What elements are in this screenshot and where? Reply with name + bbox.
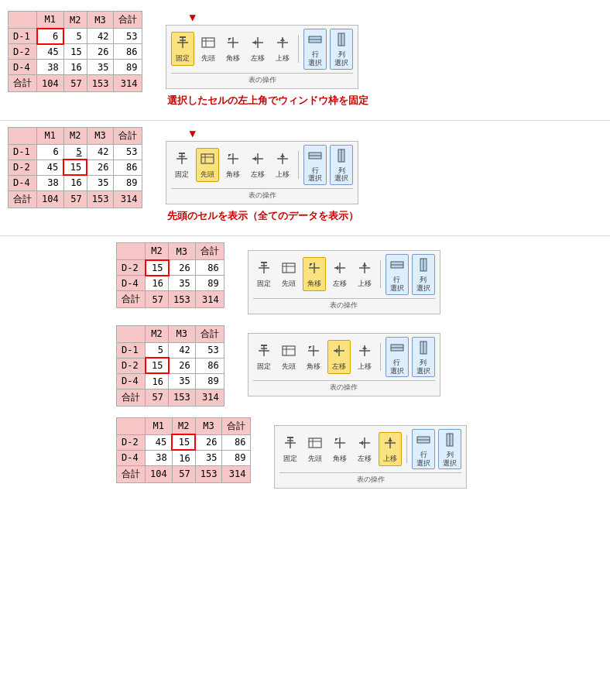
- up-button-3[interactable]: 上移: [354, 258, 375, 290]
- toolbar-title-2: 表の操作: [171, 188, 353, 201]
- toolbar-title-5: 表の操作: [279, 472, 461, 485]
- cell-d2-m2-3[interactable]: 15: [146, 260, 169, 276]
- row-label: D-1: [9, 29, 37, 44]
- row-select-button-2[interactable]: 行選択: [303, 145, 327, 186]
- desc-text-1: 選択したセルの左上角でウィンドウ枠を固定: [167, 94, 368, 108]
- col-select-label-2: 列選択: [334, 166, 348, 184]
- table-row: D-4 38 16 35 89: [9, 60, 142, 75]
- row-label: D-4: [9, 60, 37, 75]
- table-row-total: 合計 104 57 153 314: [9, 190, 142, 208]
- col-select-button-4[interactable]: 列選択: [412, 337, 435, 378]
- cell-d2-m2[interactable]: 15: [63, 160, 87, 175]
- col-select-button[interactable]: 列選択: [330, 29, 353, 70]
- cell-total-m1: 104: [37, 75, 64, 92]
- row-select-button-5[interactable]: 行選択: [412, 429, 435, 470]
- cell-d2-total: 86: [114, 44, 142, 60]
- fix-button-4[interactable]: 固定: [253, 341, 275, 373]
- table-row: D-1 5 42 53: [117, 342, 224, 358]
- left-label-2: 左移: [251, 170, 265, 180]
- corner-button-4[interactable]: 角移: [303, 341, 324, 373]
- row-svg-3: [389, 256, 406, 273]
- cell-d2-m2-4[interactable]: 15: [146, 358, 169, 373]
- col-select-button-3[interactable]: 列選択: [412, 254, 435, 295]
- table-row: D-2 45 15 26 86: [9, 44, 142, 60]
- corner-svg-2: [224, 150, 242, 167]
- cell-d2-total-5: 86: [222, 434, 251, 450]
- table-row: D-4 16 35 89: [117, 373, 224, 389]
- up-label-2: 上移: [276, 170, 290, 180]
- left-button-2[interactable]: 左移: [247, 149, 269, 181]
- cell-total-total: 314: [114, 190, 142, 208]
- cell-d2-m3-4: 26: [169, 358, 196, 373]
- head-svg: [200, 34, 217, 51]
- corner-button-2[interactable]: 角移: [222, 149, 244, 181]
- up-button-4[interactable]: 上移: [354, 341, 375, 373]
- corner-button-5[interactable]: 角移: [329, 433, 351, 465]
- cell-total-m2-5: 57: [172, 465, 195, 482]
- left-button[interactable]: 左移: [247, 33, 269, 65]
- section-1: M1 M2 M3 合計 D-1 6 5 42 53 D-2 45 15 26: [0, 8, 610, 111]
- cell-d1-m2-4: 5: [146, 342, 169, 358]
- up-label-5: 上移: [383, 454, 397, 464]
- fix-button-5[interactable]: 固定: [279, 433, 301, 465]
- table-icon-4: [280, 342, 297, 361]
- row-select-button[interactable]: 行選択: [303, 29, 327, 70]
- main-container: M1 M2 M3 合計 D-1 6 5 42 53 D-2 45 15 26: [0, 0, 610, 504]
- row-label: D-2: [9, 44, 37, 60]
- head-button[interactable]: 先頭: [197, 33, 219, 65]
- head-button-2[interactable]: 先頭: [196, 148, 219, 182]
- head-button-3[interactable]: 先頭: [278, 258, 300, 290]
- row-icon-4: [389, 339, 406, 358]
- up-button-5[interactable]: 上移: [379, 432, 402, 466]
- cell-total-m3: 153: [87, 75, 114, 92]
- fix-button-3[interactable]: 固定: [253, 258, 275, 290]
- left-svg-2: [249, 150, 266, 167]
- head-button-4[interactable]: 先頭: [278, 341, 300, 373]
- head-button-5[interactable]: 先頭: [304, 433, 326, 465]
- col-select-button-2[interactable]: 列選択: [330, 145, 353, 186]
- row-label-total-5: 合計: [117, 465, 146, 482]
- corner-svg-3: [306, 259, 323, 276]
- fix-button[interactable]: 固定: [171, 32, 194, 66]
- corner-button-3[interactable]: 角移: [303, 257, 326, 291]
- cell-total-m1: 104: [37, 190, 64, 208]
- up-button-2[interactable]: 上移: [272, 149, 293, 181]
- left-button-4[interactable]: 左移: [327, 340, 351, 374]
- fix-button-2[interactable]: 固定: [171, 149, 193, 181]
- toolbar-panel-5: 固定 先頭: [274, 425, 467, 489]
- desc-text-2: 先頭のセルを表示（全てのデータを表示）: [167, 209, 358, 223]
- up-label: 上移: [276, 53, 290, 63]
- row-label: D-2: [117, 434, 146, 450]
- toolbar-buttons-4: 固定 先頭: [253, 337, 435, 379]
- col-select-button-5[interactable]: 列選択: [438, 429, 461, 470]
- row-select-label-3: 行選択: [390, 276, 404, 293]
- row-label: D-4: [117, 373, 146, 389]
- th-empty-5: [117, 417, 146, 434]
- col-svg-2: [333, 147, 350, 164]
- th-m3-3: M3: [169, 243, 196, 260]
- row-select-button-4[interactable]: 行選択: [386, 337, 409, 378]
- cell-d1-m1[interactable]: 6: [37, 29, 64, 44]
- col-icon-4: [415, 339, 432, 358]
- th-empty: [9, 12, 37, 29]
- col-icon-5: [441, 431, 458, 450]
- up-button[interactable]: 上移: [272, 33, 293, 65]
- row-label-total: 合計: [9, 75, 37, 92]
- th-m1: M1: [37, 12, 64, 29]
- left-button-5[interactable]: 左移: [354, 433, 375, 465]
- left-button-3[interactable]: 左移: [329, 258, 351, 290]
- head-label-3: 先頭: [282, 279, 296, 289]
- col-select-label-5: 列選択: [443, 451, 457, 468]
- cell-d4-m2-4: 16: [146, 373, 169, 389]
- row-svg-4: [389, 339, 406, 356]
- cell-d2-m2-5[interactable]: 15: [172, 434, 195, 450]
- corner-button[interactable]: 角移: [222, 33, 244, 65]
- row-label: D-4: [117, 276, 146, 291]
- th-m1: M1: [37, 127, 64, 144]
- row-label-total-3: 合計: [117, 291, 146, 308]
- head-label-4: 先頭: [282, 362, 296, 372]
- row-select-button-3[interactable]: 行選択: [386, 254, 409, 295]
- cell-d4-m3-4: 35: [169, 373, 196, 389]
- toolbar-panel-4: 固定 先頭: [248, 333, 440, 397]
- toolbar-panel-2: ▼ 固定: [166, 127, 358, 224]
